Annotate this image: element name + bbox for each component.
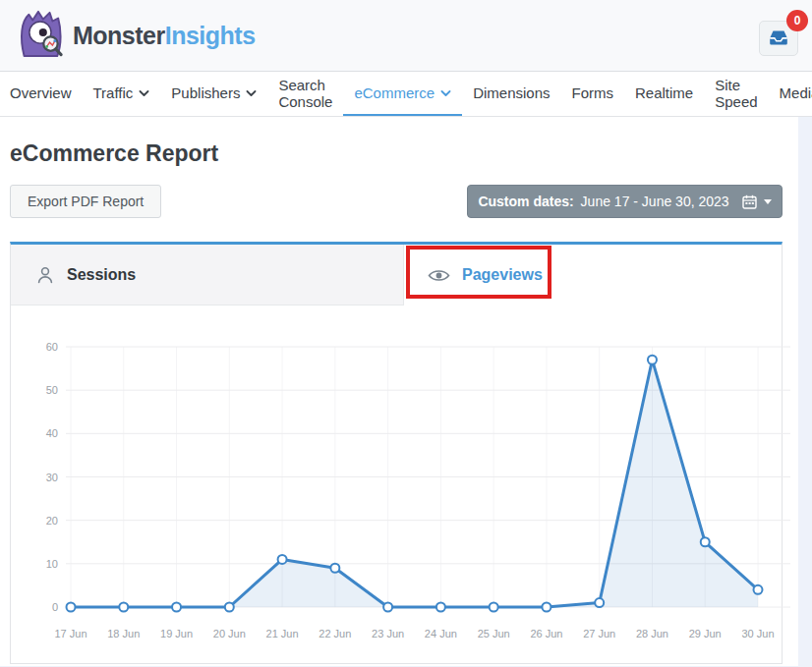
svg-text:20 Jun: 20 Jun xyxy=(213,628,246,639)
svg-text:21 Jun: 21 Jun xyxy=(266,628,299,639)
nav-item-ecommerce[interactable]: eCommerce xyxy=(343,72,462,116)
nav-item-realtime[interactable]: Realtime xyxy=(624,72,704,116)
svg-text:60: 60 xyxy=(46,341,58,353)
monster-mascot-icon xyxy=(14,7,63,64)
svg-text:10: 10 xyxy=(46,558,58,570)
nav-item-label: Dimensions xyxy=(473,84,550,101)
svg-text:25 Jun: 25 Jun xyxy=(478,628,510,639)
svg-text:0: 0 xyxy=(52,601,58,613)
nav-item-search-console[interactable]: Search Console xyxy=(267,72,343,116)
tab-pageviews-label: Pageviews xyxy=(462,266,543,284)
chevron-down-icon xyxy=(139,90,149,97)
content-area: eCommerce Report Export PDF Report Custo… xyxy=(0,117,798,666)
chevron-down-icon xyxy=(246,90,257,97)
inbox-icon xyxy=(768,28,789,49)
nav-item-forms[interactable]: Forms xyxy=(561,72,625,116)
chart-area-fill xyxy=(71,360,758,607)
tab-sessions[interactable]: Sessions xyxy=(11,245,404,306)
svg-text:24 Jun: 24 Jun xyxy=(425,628,457,639)
svg-text:19 Jun: 19 Jun xyxy=(160,628,193,639)
svg-text:29 Jun: 29 Jun xyxy=(689,628,722,639)
nav-item-label: eCommerce xyxy=(354,84,435,101)
pageviews-line-chart[interactable]: 010203040506017 Jun18 Jun19 Jun20 Jun21 … xyxy=(11,306,793,662)
svg-text:40: 40 xyxy=(46,427,58,439)
svg-text:23 Jun: 23 Jun xyxy=(372,628,404,639)
x-axis-labels: 17 Jun18 Jun19 Jun20 Jun21 Jun22 Jun23 J… xyxy=(54,628,774,639)
svg-text:30: 30 xyxy=(46,472,58,483)
tab-pageviews[interactable]: Pageviews xyxy=(404,245,782,306)
calendar-icon xyxy=(742,195,757,209)
app-header: MonsterInsights 0 xyxy=(0,0,812,72)
export-pdf-button[interactable]: Export PDF Report xyxy=(10,185,161,218)
custom-dates-button[interactable]: Custom dates: June 17 - June 30, 2023 xyxy=(467,185,783,218)
notification-count-badge: 0 xyxy=(786,10,808,31)
nav-item-label: Media xyxy=(780,84,812,101)
nav-item-label: Realtime xyxy=(635,84,693,101)
custom-dates-range: June 17 - June 30, 2023 xyxy=(581,194,729,209)
pageviews-chart-container: 010203040506017 Jun18 Jun19 Jun20 Jun21 … xyxy=(11,306,793,662)
metric-tabs: Sessions Pageviews xyxy=(11,245,782,306)
monsterinsights-logo: MonsterInsights xyxy=(14,7,256,64)
svg-text:28 Jun: 28 Jun xyxy=(636,628,668,639)
brand-insights: Insights xyxy=(165,22,256,49)
nav-item-label: Forms xyxy=(572,84,614,101)
brand-name: MonsterInsights xyxy=(73,22,256,50)
tab-sessions-label: Sessions xyxy=(67,266,136,284)
nav-item-label: Site Speed xyxy=(715,77,757,110)
svg-text:17 Jun: 17 Jun xyxy=(54,628,87,639)
report-toolbar: Export PDF Report Custom dates: June 17 … xyxy=(10,185,783,218)
notifications-inbox-button[interactable]: 0 xyxy=(759,21,798,56)
metrics-panel: Sessions Pageviews 010203040506017 Jun18… xyxy=(10,242,783,664)
svg-text:26 Jun: 26 Jun xyxy=(530,628,562,639)
nav-item-label: Overview xyxy=(10,84,72,101)
person-icon xyxy=(35,265,55,285)
nav-item-site-speed[interactable]: Site Speed xyxy=(704,72,768,116)
nav-item-media[interactable]: Media xyxy=(769,72,812,116)
nav-item-dimensions[interactable]: Dimensions xyxy=(462,72,560,116)
brand-monster: Monster xyxy=(73,22,165,49)
page-title: eCommerce Report xyxy=(10,117,783,167)
chevron-down-icon xyxy=(440,90,451,97)
svg-text:30 Jun: 30 Jun xyxy=(741,628,774,639)
nav-item-traffic[interactable]: Traffic xyxy=(83,72,161,116)
svg-text:20: 20 xyxy=(46,515,58,527)
nav-item-overview[interactable]: Overview xyxy=(10,72,83,116)
nav-item-label: Publishers xyxy=(171,84,240,101)
svg-text:27 Jun: 27 Jun xyxy=(583,628,615,639)
main-nav: OverviewTrafficPublishersSearch Consolee… xyxy=(0,72,812,117)
y-axis-labels: 0102030405060 xyxy=(46,341,58,613)
nav-item-label: Traffic xyxy=(93,84,134,101)
chevron-down-icon xyxy=(764,199,772,204)
svg-text:18 Jun: 18 Jun xyxy=(107,628,140,639)
svg-text:22 Jun: 22 Jun xyxy=(319,628,351,639)
eye-icon xyxy=(428,268,450,283)
nav-item-publishers[interactable]: Publishers xyxy=(160,72,267,116)
nav-item-label: Search Console xyxy=(278,77,332,110)
custom-dates-label: Custom dates: xyxy=(478,194,573,209)
svg-text:50: 50 xyxy=(46,384,58,396)
